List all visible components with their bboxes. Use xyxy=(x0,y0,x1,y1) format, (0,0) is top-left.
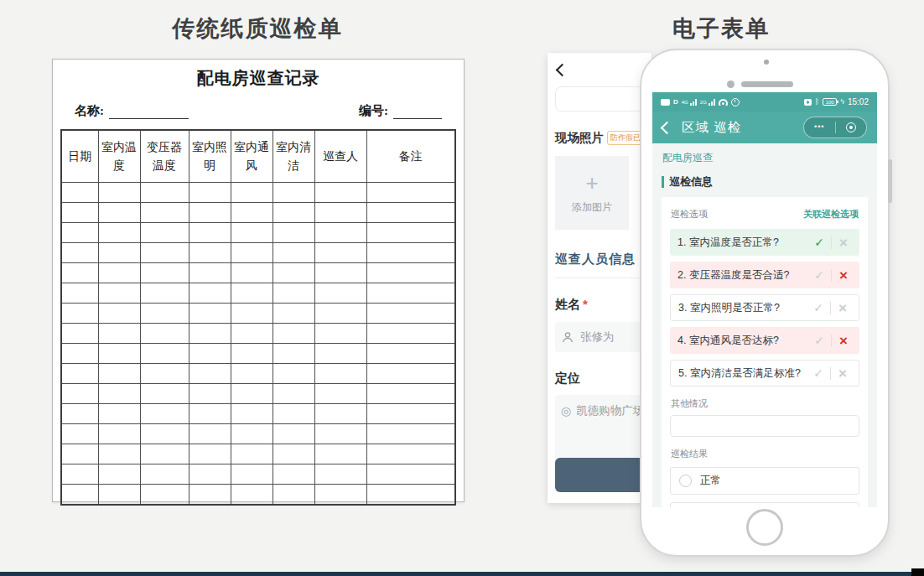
target-icon xyxy=(846,122,856,132)
cross-icon[interactable]: × xyxy=(835,268,852,283)
table-cell xyxy=(140,203,189,223)
cross-icon[interactable]: × xyxy=(835,236,852,250)
paper-code-blank xyxy=(393,105,442,119)
check-icon[interactable]: ✓ xyxy=(810,302,827,314)
table-cell xyxy=(140,304,189,324)
inspection-card: 巡检选项 关联巡检选项 1. 室内温度是否正常? ✓ × 2. 变压器温度是否合… xyxy=(662,197,868,507)
nav-title: 区域 巡检 xyxy=(682,119,803,137)
table-cell xyxy=(98,444,140,464)
cross-icon[interactable]: × xyxy=(834,366,851,381)
table-cell xyxy=(140,324,189,344)
table-cell xyxy=(314,424,366,444)
table-cell xyxy=(366,243,455,263)
section-divider xyxy=(555,278,644,278)
check-icon[interactable]: ✓ xyxy=(811,269,828,281)
table-cell xyxy=(189,344,231,364)
paper-name-label: 名称: xyxy=(75,103,104,119)
paper-code-label: 编号: xyxy=(359,103,388,119)
table-cell xyxy=(140,283,189,304)
table-cell xyxy=(273,364,314,384)
table-cell xyxy=(314,404,366,424)
table-cell xyxy=(314,444,366,464)
table-cell xyxy=(231,424,273,444)
name-input[interactable]: 张修为 xyxy=(555,322,644,352)
table-cell xyxy=(189,364,231,384)
miniprogram-capsule: ••• xyxy=(803,117,867,138)
screen-body: 配电房巡查 巡检信息 巡检选项 关联巡检选项 1. 室内温度是否正常? ✓ × xyxy=(652,143,877,507)
table-cell xyxy=(189,384,231,404)
table-cell xyxy=(231,283,273,304)
table-cell xyxy=(273,444,314,464)
table-cell xyxy=(189,424,231,444)
cross-icon[interactable]: × xyxy=(834,301,851,315)
table-cell xyxy=(61,344,98,364)
submit-button[interactable] xyxy=(555,458,644,492)
table-row xyxy=(61,364,455,384)
check-icon[interactable]: ✓ xyxy=(811,335,828,346)
table-row xyxy=(61,344,455,364)
power-button[interactable] xyxy=(888,159,892,203)
item-text: 5. 室内清洁是否满足标准? xyxy=(678,366,810,381)
table-cell xyxy=(189,324,231,344)
right-section-title: 电子表单 xyxy=(579,13,864,44)
other-situation-label: 其他情况 xyxy=(671,397,859,410)
link-related-options[interactable]: 关联巡检选项 xyxy=(803,208,859,221)
home-button[interactable] xyxy=(746,509,783,546)
table-cell xyxy=(273,223,314,243)
table-cell xyxy=(98,304,140,324)
table-cell xyxy=(140,444,189,464)
col-header-ventilation: 室内通风 xyxy=(231,130,273,183)
table-cell xyxy=(189,243,231,263)
breadcrumb-link[interactable]: 配电房巡查 xyxy=(662,151,868,165)
table-cell xyxy=(189,304,231,324)
paper-form-title: 配电房巡查记录 xyxy=(53,67,464,90)
wifi-icon xyxy=(719,99,728,106)
table-cell xyxy=(314,283,366,304)
table-cell xyxy=(366,283,455,304)
col-header-inspector: 巡查人 xyxy=(314,130,366,183)
other-situation-input[interactable] xyxy=(670,415,859,437)
cross-icon[interactable]: × xyxy=(835,334,852,348)
form-input-partial[interactable] xyxy=(555,86,644,112)
close-minimize-button[interactable] xyxy=(836,122,867,132)
result-option-normal[interactable]: 正常 xyxy=(670,467,859,495)
add-photo-label: 添加图片 xyxy=(572,200,612,215)
more-menu-button[interactable]: ••• xyxy=(804,123,835,132)
add-photo-button[interactable]: + 添加图片 xyxy=(555,156,629,230)
table-cell xyxy=(231,223,273,243)
table-cell xyxy=(98,223,140,243)
table-cell xyxy=(189,444,231,464)
table-row xyxy=(61,203,455,223)
result-option-abnormal[interactable]: 异常 xyxy=(670,502,859,507)
status-time: 15:02 xyxy=(848,97,869,106)
back-icon[interactable] xyxy=(556,64,569,77)
item-text: 3. 室内照明是否正常? xyxy=(678,301,810,315)
charging-icon: ϟ xyxy=(840,98,844,106)
table-cell xyxy=(366,183,455,203)
table-cell xyxy=(273,283,314,304)
check-icon[interactable]: ✓ xyxy=(810,367,827,379)
location-field-label: 定位 xyxy=(555,371,644,387)
table-cell xyxy=(98,404,140,424)
radio-icon[interactable] xyxy=(679,475,692,487)
check-icon[interactable]: ✓ xyxy=(811,236,828,248)
speaker-bar xyxy=(741,81,793,87)
table-row xyxy=(61,384,455,404)
sim-icon xyxy=(661,99,670,106)
item-text: 4. 室内通风是否达标? xyxy=(677,334,811,348)
table-cell xyxy=(273,464,314,485)
nav-back-icon[interactable] xyxy=(661,121,674,134)
table-cell xyxy=(61,304,98,324)
section-header: 巡检信息 xyxy=(662,174,868,189)
table-cell xyxy=(98,283,140,304)
table-cell xyxy=(140,464,189,485)
table-cell xyxy=(273,344,314,364)
col-header-date: 日期 xyxy=(61,130,98,183)
table-cell xyxy=(189,404,231,424)
status-bar: D 4G 2G ᛒ 100 ϟ 15:02 xyxy=(652,92,877,112)
table-cell xyxy=(314,344,366,364)
paper-code-field: 编号: xyxy=(359,103,442,119)
table-cell xyxy=(140,243,189,263)
table-cell xyxy=(61,243,98,263)
table-cell xyxy=(189,223,231,243)
